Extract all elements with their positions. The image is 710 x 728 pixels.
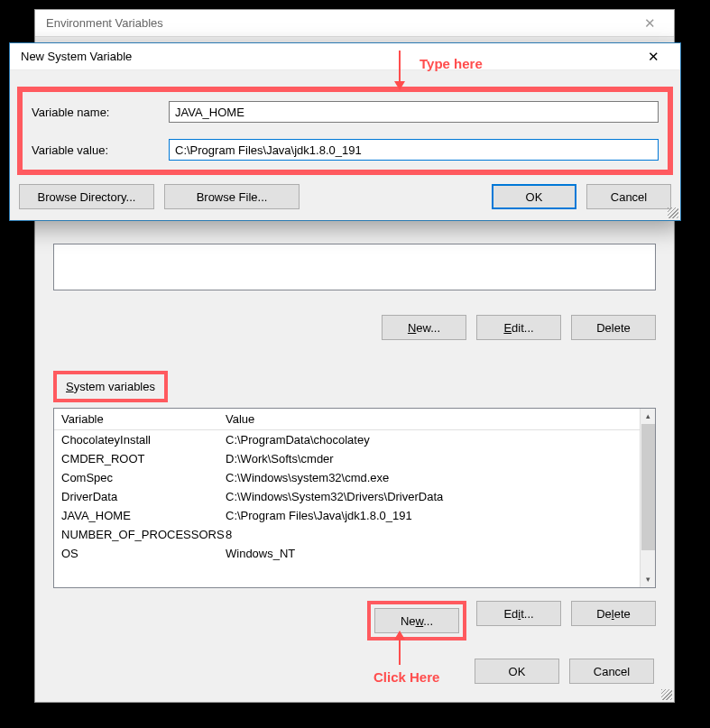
variable-name-input[interactable] (169, 101, 659, 123)
system-vars-button-row: New... Edit... Delete (53, 601, 656, 640)
cancel-button[interactable]: Cancel (569, 659, 654, 684)
annotation-click-here: Click Here (373, 669, 439, 685)
vertical-scrollbar[interactable]: ▴ ▾ (640, 409, 655, 587)
env-window-title: Environment Variables (46, 16, 163, 30)
table-row[interactable]: ComSpecC:\Windows\system32\cmd.exe (54, 468, 655, 487)
system-new-button[interactable]: New... (374, 608, 459, 633)
listbox-rows: ChocolateyInstallC:\ProgramData\chocolat… (54, 430, 655, 580)
system-delete-button[interactable]: Delete (571, 601, 656, 626)
browse-directory-button[interactable]: Browse Directory... (19, 184, 154, 209)
resize-grip-icon[interactable] (661, 689, 672, 700)
variable-value-label: Variable value: (32, 143, 158, 157)
system-variables-listbox[interactable]: Variable Value ChocolateyInstallC:\Progr… (53, 408, 656, 588)
ok-button[interactable]: OK (492, 184, 576, 209)
variable-value-input[interactable] (169, 139, 659, 161)
listbox-header[interactable]: Variable Value (54, 409, 655, 430)
dialog-titlebar: New System Variable ✕ (10, 43, 680, 70)
user-variables-listbox[interactable] (53, 244, 656, 290)
column-header-variable[interactable]: Variable (54, 412, 226, 426)
scroll-up-icon[interactable]: ▴ (641, 409, 656, 424)
column-header-value[interactable]: Value (226, 412, 655, 426)
close-icon[interactable]: ✕ (636, 13, 663, 34)
variable-name-label: Variable name: (32, 106, 158, 119)
table-row[interactable]: DriverDataC:\Windows\System32\Drivers\Dr… (54, 487, 655, 506)
table-row[interactable]: CMDER_ROOTD:\Work\Softs\cmder (54, 449, 655, 468)
highlight-new-button: New... (367, 601, 466, 640)
footer-button-row: OK Cancel (475, 659, 654, 684)
env-titlebar: Environment Variables ✕ (35, 10, 674, 37)
annotation-arrow-down-icon (399, 51, 401, 88)
scroll-thumb[interactable] (641, 424, 655, 550)
close-icon[interactable]: ✕ (637, 46, 669, 68)
user-delete-button[interactable]: Delete (571, 315, 656, 340)
browse-file-button[interactable]: Browse File... (164, 184, 300, 209)
user-edit-button[interactable]: Edit... (476, 315, 561, 340)
system-variables-groupbox-label: System variables (53, 371, 168, 402)
ok-button[interactable]: OK (475, 659, 559, 684)
user-vars-button-row: New... Edit... Delete (382, 315, 656, 340)
table-row[interactable]: OSWindows_NT (54, 544, 655, 563)
table-row[interactable]: ChocolateyInstallC:\ProgramData\chocolat… (54, 430, 655, 449)
annotation-type-here: Type here (420, 56, 483, 71)
table-row[interactable]: NUMBER_OF_PROCESSORS8 (54, 525, 655, 544)
form-area-highlighted: Variable name: Variable value: (17, 87, 673, 175)
cancel-button[interactable]: Cancel (586, 184, 671, 209)
table-row[interactable]: JAVA_HOMEC:\Program Files\Java\jdk1.8.0_… (54, 506, 655, 525)
new-system-variable-dialog: New System Variable ✕ Variable name: Var… (9, 42, 681, 221)
dialog-button-row: Browse Directory... Browse File... OK Ca… (10, 184, 680, 220)
resize-grip-icon[interactable] (668, 207, 678, 218)
annotation-arrow-up-icon (399, 632, 401, 665)
system-edit-button[interactable]: Edit... (476, 601, 561, 626)
user-new-button[interactable]: New... (382, 315, 466, 340)
scroll-down-icon[interactable]: ▾ (641, 572, 656, 587)
dialog-title: New System Variable (21, 50, 132, 63)
